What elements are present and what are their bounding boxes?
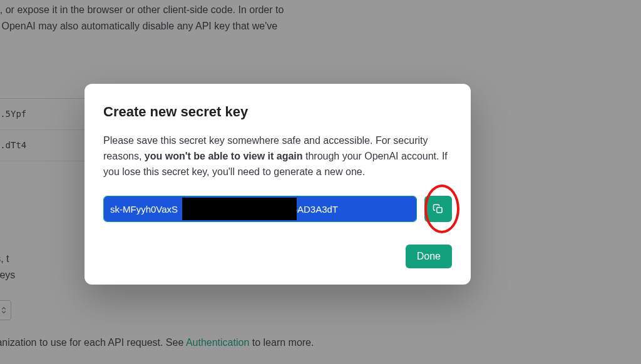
secret-key-row	[103, 196, 452, 222]
copy-key-button[interactable]	[424, 196, 452, 222]
secret-key-field-wrap	[103, 196, 417, 222]
copy-icon	[433, 203, 444, 215]
done-button[interactable]: Done	[406, 245, 452, 268]
desc-bold: you won't be able to view it again	[145, 151, 303, 161]
modal-actions: Done	[103, 245, 452, 268]
create-secret-key-modal: Create new secret key Please save this s…	[85, 84, 471, 285]
svg-rect-0	[437, 208, 442, 213]
modal-title: Create new secret key	[103, 101, 452, 122]
modal-description: Please save this secret key somewhere sa…	[103, 133, 452, 179]
redaction-overlay	[182, 198, 297, 220]
